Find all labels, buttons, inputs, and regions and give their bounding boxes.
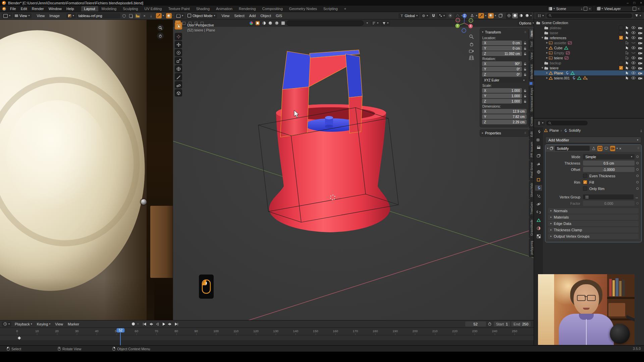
gizmo-y-neg[interactable] <box>469 18 473 22</box>
lock-icon[interactable] <box>523 47 527 50</box>
modifier-mode-dropdown[interactable]: Simple▾ <box>583 154 635 159</box>
playhead-line[interactable] <box>120 335 121 346</box>
breadcrumb-object[interactable]: Plane <box>549 128 559 132</box>
cursor-toggle-icon[interactable] <box>626 36 629 40</box>
workspace-tab-sculpting[interactable]: Sculpting <box>120 6 141 11</box>
timeline-menu-playback[interactable]: Playback▾ <box>12 321 35 327</box>
image-gizmos-icon[interactable] <box>156 13 162 18</box>
camera-toggle-icon[interactable] <box>638 66 642 70</box>
camera-toggle-icon[interactable] <box>638 26 642 29</box>
cursor-toggle-icon[interactable] <box>626 31 629 35</box>
transform-dimensions-z-field[interactable]: Z2.29 cm <box>482 120 527 124</box>
transform-scale-x-field[interactable]: X1.000 <box>482 88 522 93</box>
sidebar-tab-sketchfab[interactable]: Sketchfab <box>529 181 534 199</box>
outliner-row-plane[interactable]: ►Plane <box>534 70 644 75</box>
outliner-row-references[interactable]: ▼references✓ <box>534 35 644 40</box>
viewport-perspective-icon[interactable] <box>469 56 474 60</box>
collection-checkbox-checked[interactable]: ✓ <box>619 66 623 70</box>
eye-toggle-icon[interactable] <box>631 26 636 29</box>
lock-icon[interactable] <box>523 89 527 93</box>
cursor-toggle-icon[interactable] <box>626 26 629 29</box>
shading-rendered-icon[interactable] <box>524 13 530 18</box>
properties-collapsed-panel[interactable]: ▾ Properties⠿ <box>480 129 529 137</box>
modifier-section-thickness-clamp[interactable]: ▸Thickness Clamp <box>548 227 639 233</box>
modifier-section-normals[interactable]: ▸Normals <box>548 208 639 214</box>
playhead-line[interactable] <box>120 333 121 335</box>
unlink-scene-icon[interactable]: × <box>589 7 591 11</box>
collection-checkbox-empty[interactable] <box>619 31 623 35</box>
unlink-image-icon[interactable]: × <box>142 13 147 18</box>
properties-tab-particles[interactable] <box>535 193 542 199</box>
modifier-offset-field[interactable]: -1.0000 <box>583 167 635 172</box>
cursor-toggle-icon[interactable] <box>626 71 629 75</box>
properties-tab-output[interactable] <box>535 145 542 150</box>
tool-move[interactable] <box>175 41 182 48</box>
close-button[interactable]: × <box>640 1 642 5</box>
properties-editor-type-button[interactable]: ▾ <box>536 120 545 126</box>
expand-icon[interactable]: ► <box>545 76 549 79</box>
blenderkit-model-icon[interactable] <box>248 20 254 26</box>
lock-icon[interactable] <box>523 41 527 45</box>
modifier-collapse-icon[interactable]: ▾ <box>547 147 548 150</box>
properties-tab-material[interactable] <box>535 225 542 231</box>
modifier-realtime-icon[interactable] <box>604 146 609 151</box>
play-reverse-button[interactable] <box>154 321 160 327</box>
properties-tab-render[interactable] <box>535 137 542 142</box>
lock-icon[interactable] <box>523 73 527 76</box>
blenderkit-expand-icon[interactable]: ▾ <box>364 20 370 26</box>
outliner-search-field[interactable] <box>546 13 632 18</box>
lock-icon[interactable] <box>523 62 527 66</box>
remove-viewlayer-icon[interactable]: × <box>638 7 640 11</box>
tool-cursor[interactable] <box>175 33 182 40</box>
outliner-row-teiere[interactable]: ►teiere <box>534 55 644 60</box>
animate-dot-icon[interactable] <box>636 187 639 190</box>
cursor-toggle-icon[interactable] <box>626 51 629 55</box>
fake-user-icon[interactable] <box>121 13 127 18</box>
animate-dot-icon[interactable] <box>636 181 639 183</box>
expand-icon[interactable]: ▼ <box>541 66 544 69</box>
modifier-thickness-field[interactable]: 0.5 cm <box>583 161 635 166</box>
sidebar-tab-blenderkit[interactable]: BlenderKit <box>529 62 534 81</box>
modifier-section-output-vertex-groups[interactable]: ▸Output Vertex Groups <box>548 234 639 239</box>
breadcrumb-pin-icon[interactable]: ⤓ <box>640 128 642 133</box>
cursor-toggle-icon[interactable] <box>626 56 629 60</box>
transform-location-y-field[interactable]: Y0 cm <box>482 46 522 51</box>
properties-tab-tool[interactable] <box>535 129 542 134</box>
camera-toggle-icon[interactable] <box>638 61 642 65</box>
workspace-tab-texture-paint[interactable]: Texture Paint <box>165 6 193 11</box>
blenderkit-brush-icon[interactable] <box>274 20 279 26</box>
app-menu-file[interactable]: File <box>8 6 18 11</box>
image-mode-dropdown[interactable]: View▾ <box>13 13 32 18</box>
image-editor-menu-image[interactable]: Image <box>47 13 62 18</box>
blenderkit-filter-dropdown[interactable]: ▾ <box>381 20 390 26</box>
shading-wireframe-icon[interactable] <box>506 13 512 18</box>
viewport-editor-type-button[interactable]: ▾ <box>175 13 185 18</box>
lock-icon[interactable] <box>523 100 527 103</box>
tool-annotate[interactable] <box>175 73 182 80</box>
outliner-filter-dropdown[interactable]: ▾ <box>633 13 643 18</box>
app-menu-render[interactable]: Render <box>30 6 46 11</box>
workspace-tab-layout[interactable]: Layout <box>81 6 98 11</box>
workspace-tab-animation[interactable]: Animation <box>213 6 235 11</box>
sidebar-tab-screencast-keys[interactable]: Screencast Keys <box>529 85 534 114</box>
camera-toggle-icon[interactable] <box>638 36 642 40</box>
expand-icon[interactable]: ► <box>545 56 549 59</box>
tool-add-cube[interactable] <box>175 89 182 97</box>
modifier-section-materials[interactable]: ▸Materials <box>548 215 639 220</box>
properties-tab-physics[interactable] <box>535 201 542 207</box>
expand-icon[interactable]: ► <box>545 71 549 74</box>
properties-tab-object[interactable] <box>535 177 542 183</box>
app-menu-edit[interactable]: Edit <box>18 6 30 11</box>
properties-tab-scene[interactable] <box>535 161 542 167</box>
transform-dimensions-x-field[interactable]: X12.9 cm <box>482 109 527 114</box>
current-frame-field[interactable]: 52 <box>465 321 486 326</box>
lock-icon[interactable] <box>523 67 527 71</box>
app-menu-window[interactable]: Window <box>46 6 64 11</box>
properties-tab-texture[interactable] <box>535 233 542 239</box>
add-modifier-button[interactable]: Add Modifier▾ <box>545 137 641 143</box>
transform-scale-y-field[interactable]: Y1.000 <box>482 94 522 98</box>
blenderkit-printable-icon[interactable] <box>280 20 286 26</box>
blenderkit-sort-dropdown[interactable]: ▾ <box>371 20 380 26</box>
transform-rotation-y-field[interactable]: Y0° <box>482 67 522 71</box>
blender-menu-icon[interactable] <box>1 6 7 11</box>
